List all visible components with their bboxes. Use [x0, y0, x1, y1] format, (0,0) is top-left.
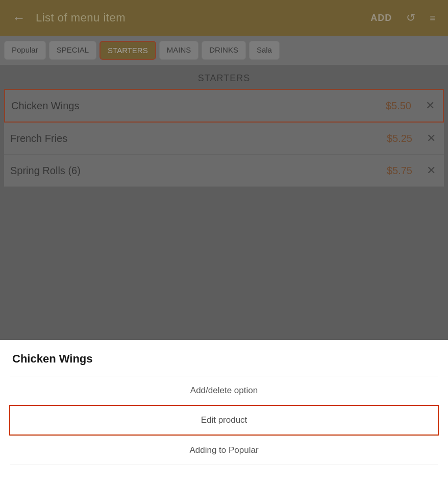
modal-title: Chicken Wings — [10, 352, 438, 366]
modal-overlay: Chicken Wings Add/delete option Edit pro… — [0, 0, 448, 483]
modal-option-add-popular[interactable]: Adding to Popular — [10, 436, 438, 465]
modal-option-add-delete[interactable]: Add/delete option — [10, 376, 438, 405]
modal-dialog: Chicken Wings Add/delete option Edit pro… — [0, 340, 448, 483]
modal-option-edit-product[interactable]: Edit product — [9, 405, 439, 436]
